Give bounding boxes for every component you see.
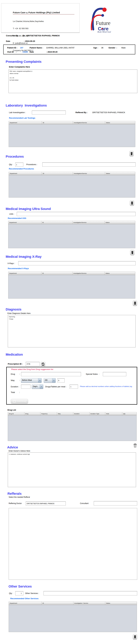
chevron-down-icon: ▼: [38, 378, 42, 382]
other-col-department: Department: [9, 602, 42, 605]
other-col-investigation: Investigation / Service: [74, 602, 105, 605]
frequency-select[interactable]: OD ▼: [44, 378, 56, 383]
other-col-status: Status: [105, 602, 137, 605]
company-title: Future Care by Future Holdings (Pty) Lim…: [13, 11, 60, 14]
drug-col-duration: Duration: [73, 412, 90, 416]
logo-word-care: Care: [98, 26, 108, 32]
proc-col-id: ID: [42, 172, 73, 175]
lab-investigation-input[interactable]: [32, 110, 66, 114]
company-title-part1: Future Care: [13, 11, 26, 14]
lab-col-status: Status: [105, 121, 135, 124]
other-services-delete-button[interactable]: [133, 634, 137, 640]
drug-col-frequency: Fequency: [40, 412, 57, 416]
uss-input[interactable]: [17, 212, 136, 216]
prescription-refresh-button[interactable]: [41, 362, 46, 366]
duration-unit-select[interactable]: Day/s ▼: [32, 384, 43, 389]
per-meal-input[interactable]: [70, 384, 78, 389]
presenting-complaints-title: Presenting Complaints: [6, 60, 42, 64]
uss-col-id: ID: [42, 221, 72, 224]
company-title-part2: Future Holdings (Pty) Limited: [28, 11, 60, 14]
procedures-qty-label: Qty :: [9, 163, 13, 166]
xray-table: Department ID Investigation/Service Stat…: [8, 272, 135, 298]
uss-delete-button[interactable]: [130, 250, 134, 255]
lab-col-investigation: Investigation/Service: [73, 121, 105, 124]
advice-delete-button[interactable]: [133, 443, 138, 448]
way-colon: :: [19, 379, 20, 382]
xray-label: X-Rays :: [8, 262, 15, 264]
referred-by-label: Reffered By :: [76, 111, 88, 114]
advice-label: Enter Doctor's Advice Here: [9, 450, 30, 452]
complaints-textarea[interactable]: FBC seen, marginal eosinophilia 6.1 othe…: [8, 70, 137, 93]
referrals-title: Refferals: [8, 492, 22, 496]
referring-doctor-label: Reffering Doctor: [9, 502, 22, 504]
xray-col-department: Department: [8, 272, 42, 275]
recommended-uss-link[interactable]: Recommended USS: [8, 217, 26, 219]
referrals-list-box[interactable]: [9, 508, 137, 580]
drug-input[interactable]: [21, 372, 81, 376]
visit-date-label: Date: [30, 51, 34, 53]
company-logo: Future Care ❤ Body Mind Soul: [90, 2, 124, 33]
special-notes-input[interactable]: [103, 372, 126, 376]
drug-suggestion-warning: Please select the Drug from Drug suggess…: [11, 368, 53, 370]
logo-graphic: Future Care ❤ Body Mind Soul: [90, 2, 124, 33]
xray-input[interactable]: [18, 261, 136, 265]
letterhead-panel: Future Care by Future Holdings (Pty) Lim…: [1, 3, 80, 33]
uss-table: Department ID Investigation/Service Stat…: [8, 221, 135, 248]
other-services-input[interactable]: [44, 591, 137, 596]
drug-col-qty: Qty: [122, 412, 136, 416]
logo-tagline: Body Mind Soul: [98, 31, 111, 33]
lab-table: Department ID Investigation/Service Stat…: [9, 121, 135, 147]
lab-table-header: Department ID Investigation/Service Stat…: [9, 121, 135, 124]
recommended-xrays-link[interactable]: Recommended X-Rays: [8, 267, 29, 270]
trash-icon: [131, 251, 134, 254]
advice-textarea[interactable]: 1. reassure, continue current mgt: [8, 452, 136, 487]
meal-timing-value: Before Meal: [21, 378, 38, 382]
refresh-icon: [42, 362, 45, 366]
drug-list-table: Drug ID Drug Fequency Way Duration Durat…: [8, 412, 136, 441]
add-drug-button[interactable]: + Add Drug: [11, 399, 28, 404]
proc-col-status: Status: [105, 172, 135, 175]
company-address: Le Chainter,Victoria,Mahe,Seychelles: [13, 20, 44, 22]
consulted-by-label: Consulted By :: [6, 34, 20, 37]
recommended-procedures-link[interactable]: Recommended Procedures: [9, 168, 34, 170]
patient-name-value: DARREL WILLIAM JOEL ANTAT: [46, 46, 74, 49]
drug-col-duration-type: Duration Type: [90, 412, 105, 416]
procedures-input[interactable]: [42, 162, 136, 166]
referring-doctor-input[interactable]: [26, 502, 66, 506]
drug-colon: :: [19, 373, 20, 375]
company-phone-1: T: +24 82 593 593: [13, 27, 44, 30]
logo-heart-icon: ❤: [101, 28, 103, 30]
procedures-delete-button[interactable]: [130, 200, 134, 206]
plus-circle-icon: +: [13, 400, 16, 403]
other-qty-input[interactable]: [15, 591, 23, 596]
procedures-qty-input[interactable]: [15, 162, 23, 166]
diagnosis-textarea[interactable]: improving ?Atopy: [8, 315, 136, 348]
consultant-input[interactable]: [94, 501, 137, 506]
drug-col-note: Note: [105, 412, 122, 416]
referred-by-value: ORITSETSETOS RAPHAEL PINNICK: [92, 111, 125, 114]
duration-unit-value: Day/s: [32, 384, 40, 389]
diagnosis-label: Enter Diagnosis Details Here: [8, 312, 30, 314]
age-value: 36: [101, 46, 103, 49]
other-services-title: Other Services: [8, 584, 32, 588]
logo-word-future: Future: [96, 20, 110, 26]
prescription-id-input[interactable]: [26, 362, 40, 366]
letterhead-divider: [13, 14, 74, 14]
duration-input[interactable]: [21, 384, 30, 389]
procedures-table-header: Department ID Investigation/Service Stat…: [9, 172, 135, 175]
drug-list-label: Drug List: [8, 409, 16, 411]
frequency-qty-input[interactable]: [58, 378, 64, 382]
meal-timing-select[interactable]: Before Meal ▼: [21, 378, 42, 383]
recommended-lab-testings-link[interactable]: Recommended Lab Testings: [9, 117, 35, 119]
medication-title: Medication: [6, 353, 23, 356]
laboratory-title: Laboratory Investigations: [6, 104, 47, 108]
procedures-title: Procedures: [6, 155, 24, 158]
frequency-value: OD: [44, 378, 52, 382]
age-label: Age :: [93, 46, 98, 49]
recommended-other-services-link[interactable]: Recommended Other Services: [10, 598, 38, 600]
chevron-down-icon: ▼: [40, 384, 43, 389]
xray-delete-button[interactable]: [133, 300, 137, 306]
lab-col-department: Department: [9, 121, 42, 124]
lab-investigation-label: Lab Investingation :: [9, 111, 26, 114]
lab-delete-button[interactable]: [130, 151, 134, 156]
